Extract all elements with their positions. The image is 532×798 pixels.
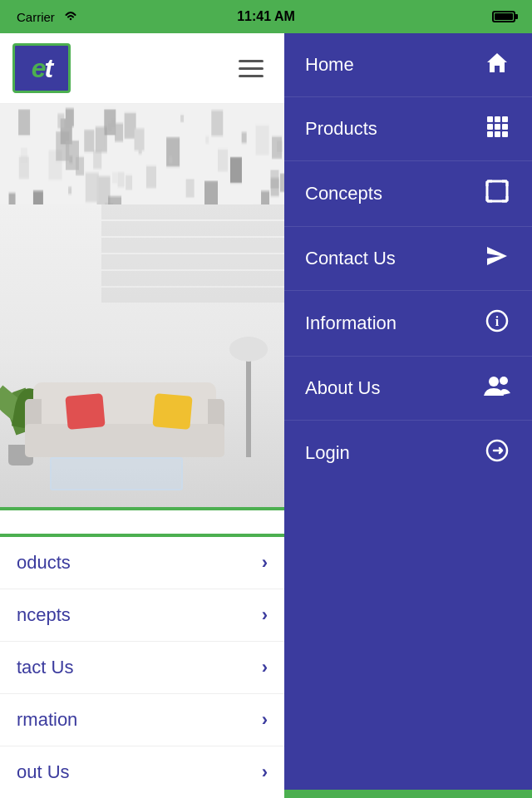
svg-rect-4 [487, 124, 493, 130]
svg-rect-10 [487, 181, 507, 201]
svg-rect-2 [495, 116, 500, 122]
svg-text:i: i [495, 314, 499, 328]
battery-icon [492, 11, 515, 22]
svg-marker-0 [487, 53, 507, 72]
grid-icon [482, 116, 511, 142]
nav-spacer [284, 485, 532, 790]
left-header: et [0, 33, 284, 104]
nav-item-login[interactable]: Login [284, 421, 532, 485]
nav-item-home[interactable]: Home [284, 33, 532, 97]
svg-point-22 [489, 377, 499, 387]
bottom-accent [284, 790, 532, 798]
svg-rect-1 [487, 116, 493, 122]
battery-area [492, 11, 515, 22]
info-icon: i [482, 309, 511, 337]
chevron-right-icon: › [262, 709, 268, 731]
sofa [25, 382, 224, 457]
users-icon [482, 375, 511, 401]
divider [0, 507, 284, 510]
carrier-text: Carrier [17, 10, 78, 24]
nav-item-about[interactable]: About Us [284, 357, 532, 421]
floor-lamp [246, 349, 251, 457]
svg-rect-5 [495, 124, 500, 130]
hero-image [0, 104, 284, 507]
svg-marker-19 [487, 247, 507, 265]
home-icon [482, 52, 511, 78]
chevron-right-icon: › [262, 604, 268, 626]
svg-rect-9 [502, 131, 508, 137]
left-menu-item[interactable]: tact Us › [0, 642, 284, 694]
left-panel: et [0, 33, 284, 798]
pillow-yellow [152, 393, 192, 430]
nav-drawer: Home Products [284, 33, 532, 798]
svg-rect-6 [502, 124, 508, 130]
wifi-icon [63, 10, 78, 24]
login-icon [482, 439, 511, 467]
left-menu-item[interactable]: out Us › [0, 746, 284, 798]
status-bar: Carrier 11:41 AM [0, 0, 532, 33]
pillow-red [65, 393, 105, 430]
svg-rect-8 [495, 131, 500, 137]
coffee-table [50, 457, 183, 490]
room-scene [0, 204, 284, 507]
left-menu-item[interactable]: oducts › [0, 537, 284, 589]
chevron-right-icon: › [262, 761, 268, 783]
left-menu-item[interactable]: ncepts › [0, 589, 284, 642]
concepts-icon [482, 180, 511, 208]
left-menu: oducts › ncepts › tact Us › rmation › ou… [0, 534, 284, 798]
send-icon [482, 245, 511, 272]
svg-point-23 [500, 377, 508, 385]
chevron-right-icon: › [262, 552, 268, 574]
nav-item-information[interactable]: Information i [284, 291, 532, 357]
svg-rect-7 [487, 131, 493, 137]
clock: 11:41 AM [237, 9, 295, 24]
left-menu-item[interactable]: rmation › [0, 694, 284, 746]
hamburger-menu[interactable] [230, 52, 272, 86]
logo-e: e [32, 53, 45, 83]
nav-item-products[interactable]: Products [284, 97, 532, 161]
nav-item-concepts[interactable]: Concepts [284, 161, 532, 227]
app-container: et [0, 33, 532, 798]
nav-item-contact[interactable]: Contact Us [284, 227, 532, 291]
chevron-right-icon: › [262, 657, 268, 678]
logo-t: t [45, 53, 52, 83]
logo: et [12, 43, 71, 93]
svg-rect-3 [502, 116, 508, 122]
